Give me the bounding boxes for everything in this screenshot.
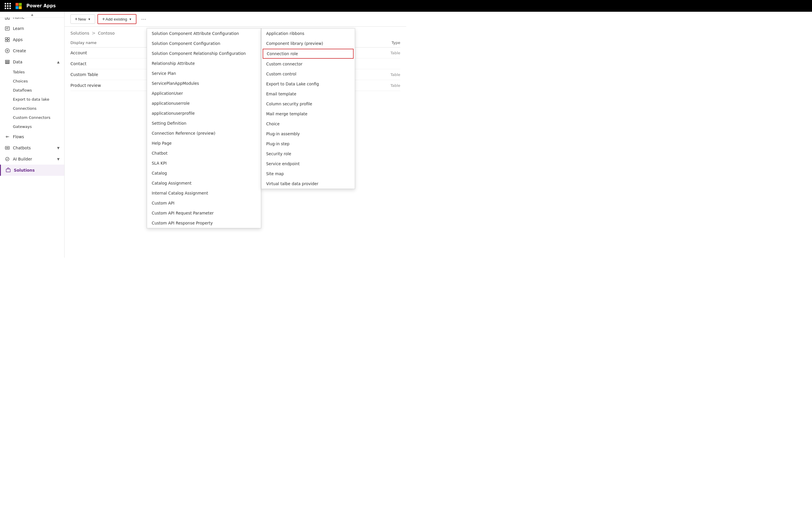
scroll-up-btn[interactable]: ▲ bbox=[0, 12, 64, 18]
chatbots-chevron-icon: ▼ bbox=[57, 146, 60, 150]
sidebar-item-flows[interactable]: Flows bbox=[0, 131, 64, 142]
add-existing-chevron-icon: ▼ bbox=[129, 18, 132, 21]
dropdown-item-site-map[interactable]: Site map bbox=[261, 169, 355, 179]
row-product-review-type: Table bbox=[371, 83, 400, 88]
flows-icon bbox=[5, 134, 10, 139]
svg-rect-0 bbox=[5, 27, 9, 30]
sidebar-item-apps-label: Apps bbox=[13, 37, 23, 42]
dropdown-item-email-template[interactable]: Email template bbox=[261, 89, 355, 99]
sidebar-sub-item-export[interactable]: Export to data lake bbox=[0, 95, 64, 104]
dropdown-item[interactable]: Internal Catalog Assignment bbox=[147, 188, 261, 198]
sidebar-item-data-label: Data bbox=[13, 60, 22, 64]
dropdown-item-custom-control[interactable]: Custom control bbox=[261, 69, 355, 79]
breadcrumb-separator: > bbox=[92, 30, 95, 36]
dropdown-item[interactable]: Help Page bbox=[147, 138, 261, 148]
dropdown-item[interactable]: Custom API Response Property bbox=[147, 218, 261, 228]
dropdown-item[interactable]: Service Plan bbox=[147, 68, 261, 78]
dropdown-item[interactable]: Setting Definition bbox=[147, 118, 261, 128]
dropdown-item-plugin-step[interactable]: Plug-in step bbox=[261, 139, 355, 149]
data-icon bbox=[5, 59, 10, 64]
dropdown-item[interactable]: Relationship Attribute bbox=[147, 58, 261, 68]
main-content: + New ▼ + Add existing ▼ ··· Solutions >… bbox=[64, 12, 406, 258]
ai-icon bbox=[5, 156, 10, 162]
dropdown-item[interactable]: SLA KPI bbox=[147, 158, 261, 168]
dropdown-item[interactable]: ApplicationUser bbox=[147, 88, 261, 98]
svg-rect-18 bbox=[6, 169, 10, 172]
dropdown-item[interactable]: Solution Component Configuration bbox=[147, 38, 261, 49]
add-existing-button[interactable]: + Add existing ▼ bbox=[97, 14, 137, 24]
ai-chevron-icon: ▼ bbox=[57, 157, 60, 161]
waffle-icon[interactable] bbox=[3, 2, 12, 10]
sidebar-sub-item-tables[interactable]: Tables bbox=[0, 67, 64, 77]
solutions-icon bbox=[6, 168, 11, 173]
learn-icon bbox=[5, 26, 10, 31]
sidebar-item-ai-label: AI Builder bbox=[13, 157, 32, 162]
dropdown-item[interactable]: Chatbot bbox=[147, 148, 261, 158]
svg-rect-5 bbox=[5, 40, 7, 42]
svg-point-16 bbox=[8, 148, 8, 148]
dropdown-item-choice[interactable]: Choice bbox=[261, 119, 355, 129]
dropdown-item[interactable]: Catalog Assignment bbox=[147, 178, 261, 188]
dropdown-item-column-security[interactable]: Column security profile bbox=[261, 99, 355, 109]
svg-point-14 bbox=[6, 148, 7, 148]
svg-point-15 bbox=[7, 148, 8, 148]
breadcrumb-solutions[interactable]: Solutions bbox=[70, 31, 89, 35]
toolbar: + New ▼ + Add existing ▼ ··· bbox=[64, 12, 406, 27]
svg-rect-4 bbox=[8, 37, 9, 39]
row-custom-table-type: Table bbox=[371, 73, 400, 77]
new-label: New bbox=[78, 17, 86, 22]
new-plus-icon: + bbox=[75, 17, 78, 22]
dropdown-item-connection-role[interactable]: Connection role bbox=[263, 49, 354, 59]
dropdown-item[interactable]: Custom API Request Parameter bbox=[147, 208, 261, 218]
sidebar-item-ai-builder[interactable]: AI Builder ▼ bbox=[0, 153, 64, 165]
sidebar-item-data[interactable]: Data ▲ bbox=[0, 56, 64, 67]
svg-rect-10 bbox=[5, 60, 9, 61]
sidebar-item-chatbots-label: Chatbots bbox=[13, 146, 31, 150]
dropdown-item[interactable]: applicationuserrole bbox=[147, 98, 261, 108]
apps-icon bbox=[5, 37, 10, 42]
dropdown-item[interactable]: Custom API bbox=[147, 198, 261, 208]
dropdown-left[interactable]: Solution Component Attribute Configurati… bbox=[147, 28, 261, 228]
dropdown-item[interactable]: ServicePlanAppModules bbox=[147, 78, 261, 88]
dropdown-item-mail-merge[interactable]: Mail merge template bbox=[261, 109, 355, 119]
dropdown-item[interactable]: Solution Component Attribute Configurati… bbox=[147, 28, 261, 38]
sidebar-item-solutions[interactable]: Solutions bbox=[0, 165, 64, 176]
sidebar-item-create[interactable]: Create bbox=[0, 45, 64, 56]
chatbots-icon bbox=[5, 145, 10, 150]
dropdown-item-virtual-table[interactable]: Virtual talbe data provider bbox=[261, 179, 355, 189]
data-chevron-up-icon: ▲ bbox=[57, 60, 60, 64]
sidebar-item-learn[interactable]: Learn bbox=[0, 23, 64, 34]
dropdown-item-service-endpoint[interactable]: Service endpoint bbox=[261, 159, 355, 169]
dropdown-item-security-role[interactable]: Security role bbox=[261, 149, 355, 159]
microsoft-logo bbox=[16, 3, 22, 9]
dropdown-item[interactable]: applicationuserprofile bbox=[147, 108, 261, 118]
sidebar-sub-item-custom-connectors[interactable]: Custom Connectors bbox=[0, 113, 64, 122]
sidebar-sub-item-dataflows[interactable]: Dataflows bbox=[0, 86, 64, 95]
col-type[interactable]: Type bbox=[371, 40, 400, 45]
add-existing-label: Add existing bbox=[106, 17, 127, 22]
svg-rect-12 bbox=[5, 63, 9, 64]
create-icon bbox=[5, 48, 10, 53]
dropdown-item-custom-connector[interactable]: Custom connector bbox=[261, 59, 355, 69]
sidebar: ▲ Home Learn Apps Create bbox=[0, 12, 64, 258]
svg-rect-6 bbox=[8, 40, 9, 42]
dropdown-item-app-ribbons[interactable]: Application ribbons bbox=[261, 28, 355, 38]
dropdown-item-export-data-lake[interactable]: Export to Data Lake config bbox=[261, 79, 355, 89]
sidebar-sub-item-connections[interactable]: Connections bbox=[0, 104, 64, 113]
dropdown-item[interactable]: Catalog bbox=[147, 168, 261, 178]
sidebar-item-chatbots[interactable]: Chatbots ▼ bbox=[0, 142, 64, 153]
sidebar-sub-item-gateways[interactable]: Gateways bbox=[0, 122, 64, 131]
svg-rect-3 bbox=[5, 37, 7, 39]
sidebar-item-apps[interactable]: Apps bbox=[0, 34, 64, 45]
sidebar-item-learn-label: Learn bbox=[13, 26, 24, 31]
new-button[interactable]: + New ▼ bbox=[70, 15, 95, 24]
sidebar-sub-item-choices[interactable]: Choices bbox=[0, 77, 64, 86]
dropdown-item-component-library[interactable]: Component library (preview) bbox=[261, 38, 355, 49]
add-existing-plus-icon: + bbox=[102, 17, 105, 22]
dropdown-item[interactable]: Connection Reference (preview) bbox=[147, 128, 261, 138]
dropdown-right[interactable]: Application ribbons Component library (p… bbox=[261, 28, 355, 189]
new-chevron-icon: ▼ bbox=[88, 18, 91, 21]
dropdown-item[interactable]: Solution Component Relationship Configur… bbox=[147, 49, 261, 58]
dropdown-item-plugin-assembly[interactable]: Plug-in assembly bbox=[261, 129, 355, 139]
more-options-button[interactable]: ··· bbox=[141, 16, 146, 22]
